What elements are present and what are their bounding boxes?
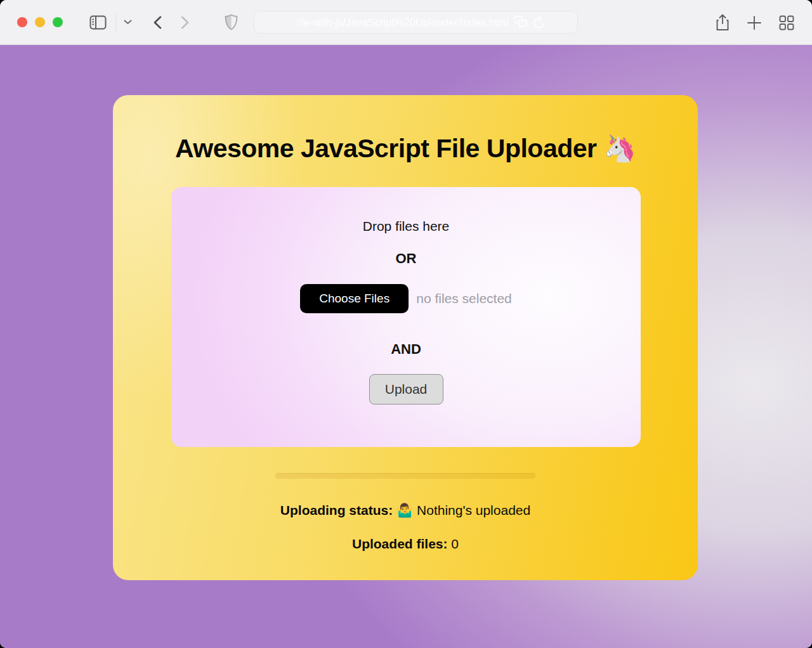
privacy-shield-icon[interactable]	[225, 14, 238, 30]
drop-files-zone[interactable]: Drop files here OR Choose Files no files…	[171, 187, 641, 447]
uploaded-files-line: Uploaded files: 0	[113, 536, 698, 552]
uploaded-files-label: Uploaded files:	[352, 536, 448, 551]
choose-files-button[interactable]: Choose Files	[300, 284, 409, 313]
uploading-status-value: 🤷‍♂️ Nothing's uploaded	[396, 503, 530, 517]
or-label: OR	[171, 250, 641, 267]
page-background: Awesome JavaScript File Uploader 🦄 Drop …	[0, 45, 812, 648]
translate-icon[interactable]: A 文	[514, 16, 528, 29]
forward-button[interactable]	[181, 16, 189, 29]
tab-overview-icon[interactable]	[779, 15, 794, 30]
no-files-selected-text: no files selected	[416, 291, 512, 306]
and-label: AND	[171, 341, 641, 358]
window-controls	[17, 17, 63, 27]
new-tab-icon[interactable]	[747, 16, 761, 30]
uploading-status-label: Uploading status:	[280, 503, 393, 517]
browser-window: g-file-with-js/JavaScript%20Uploader/ind…	[0, 0, 812, 648]
back-button[interactable]	[154, 16, 162, 29]
drop-files-label: Drop files here	[171, 219, 641, 234]
page-title: Awesome JavaScript File Uploader 🦄	[113, 133, 698, 164]
uploading-status-line: Uploading status: 🤷‍♂️ Nothing's uploade…	[113, 503, 698, 518]
uploader-card: Awesome JavaScript File Uploader 🦄 Drop …	[113, 95, 698, 580]
close-window-button[interactable]	[17, 17, 27, 27]
zoom-window-button[interactable]	[53, 17, 63, 27]
upload-progress-bar	[275, 473, 535, 479]
address-bar[interactable]: g-file-with-js/JavaScript%20Uploader/ind…	[254, 11, 578, 34]
upload-button[interactable]: Upload	[369, 374, 443, 405]
minimize-window-button[interactable]	[35, 17, 45, 27]
file-input-row: Choose Files no files selected	[171, 284, 641, 313]
sidebar-toggle-icon[interactable]	[89, 15, 107, 30]
svg-text:文: 文	[520, 21, 525, 27]
address-bar-url[interactable]: g-file-with-js/JavaScript%20Uploader/ind…	[287, 16, 508, 29]
share-icon[interactable]	[716, 14, 730, 31]
reload-icon[interactable]	[533, 16, 545, 29]
sidebar-chevron-down-icon[interactable]	[115, 13, 132, 31]
uploaded-files-value: 0	[451, 536, 459, 551]
browser-toolbar: g-file-with-js/JavaScript%20Uploader/ind…	[0, 0, 812, 45]
